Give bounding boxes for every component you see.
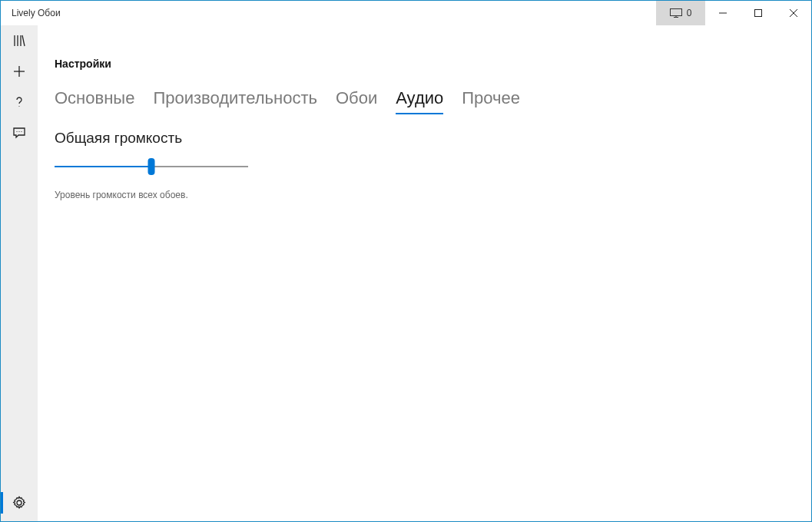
- slider-thumb[interactable]: [148, 158, 155, 175]
- svg-point-16: [21, 131, 22, 132]
- maximize-button[interactable]: [741, 1, 776, 25]
- plus-icon: [12, 64, 26, 78]
- page-title: Настройки: [55, 58, 811, 70]
- body: Настройки Основные Производительность Об…: [1, 25, 811, 521]
- sidebar: [1, 25, 38, 521]
- svg-line-10: [22, 35, 25, 46]
- content: Настройки Основные Производительность Об…: [38, 25, 811, 521]
- sidebar-item-settings[interactable]: [1, 487, 38, 518]
- titlebar: Lively Обои 0: [1, 1, 811, 25]
- maximize-icon: [754, 9, 762, 17]
- minimize-button[interactable]: [705, 1, 741, 25]
- svg-point-14: [16, 131, 17, 132]
- tab-general[interactable]: Основные: [55, 88, 134, 113]
- window-title: Lively Обои: [12, 8, 61, 18]
- help-icon: [12, 95, 26, 109]
- library-icon: [12, 34, 26, 48]
- slider-fill: [55, 166, 151, 167]
- close-icon: [790, 9, 797, 17]
- tab-performance[interactable]: Производительность: [153, 88, 317, 113]
- svg-point-17: [17, 501, 22, 505]
- sidebar-item-help[interactable]: [1, 87, 38, 117]
- sidebar-item-feedback[interactable]: [1, 117, 38, 148]
- chat-icon: [12, 126, 26, 140]
- tab-wallpapers[interactable]: Обои: [336, 88, 377, 113]
- volume-slider[interactable]: [55, 159, 248, 174]
- tab-audio[interactable]: Аудио: [396, 88, 443, 113]
- close-button[interactable]: [776, 1, 811, 25]
- minimize-icon: [719, 9, 727, 17]
- display-count-value: 0: [687, 8, 692, 18]
- volume-heading: Общаяя громкость: [55, 130, 811, 147]
- settings-tabs: Основные Производительность Обои Аудио П…: [55, 88, 811, 113]
- svg-point-15: [18, 131, 19, 132]
- monitor-icon: [670, 8, 682, 18]
- title-controls: 0: [656, 1, 811, 25]
- app-window: Lively Обои 0: [0, 0, 812, 522]
- svg-rect-0: [670, 9, 681, 16]
- tab-other[interactable]: Прочее: [462, 88, 520, 113]
- display-count-button[interactable]: 0: [656, 1, 705, 25]
- svg-point-13: [19, 106, 20, 107]
- svg-rect-4: [755, 10, 762, 17]
- sidebar-item-library[interactable]: [1, 25, 38, 56]
- gear-icon: [12, 496, 26, 510]
- sidebar-item-add[interactable]: [1, 56, 38, 87]
- volume-help-text: Уровень громкости всех обоев.: [55, 190, 811, 200]
